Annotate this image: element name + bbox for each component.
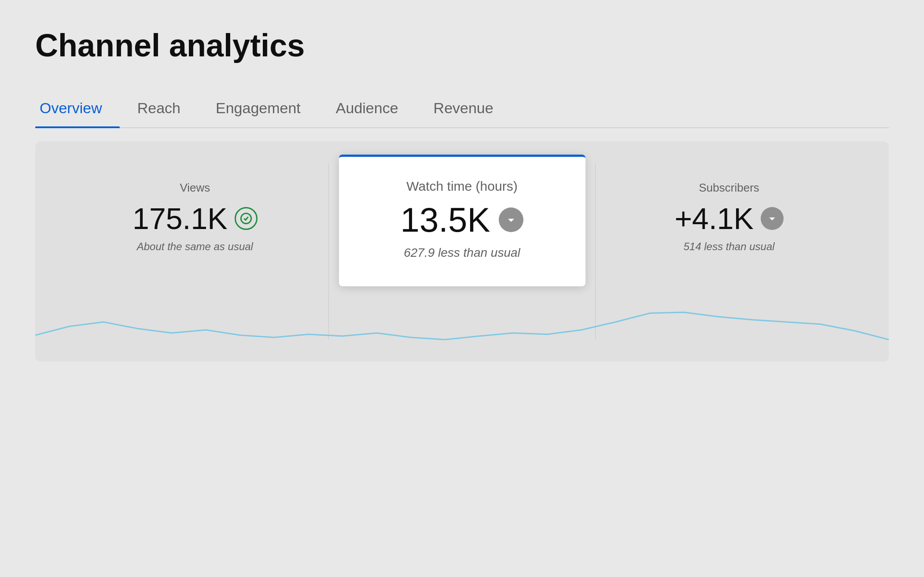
views-label: Views bbox=[88, 181, 302, 195]
watch-time-tooltip: Watch time (hours) 13.5K 627.9 less than… bbox=[339, 155, 585, 286]
tabs-nav: Overview Reach Engagement Audience Reven… bbox=[35, 91, 889, 128]
tooltip-down-icon bbox=[499, 207, 523, 232]
tab-reach[interactable]: Reach bbox=[120, 91, 198, 127]
subscribers-subtitle: 514 less than usual bbox=[622, 240, 836, 253]
tooltip-subtitle: 627.9 less than usual bbox=[374, 246, 550, 260]
tab-overview[interactable]: Overview bbox=[35, 91, 120, 127]
page-title: Channel analytics bbox=[35, 26, 889, 64]
views-subtitle: About the same as usual bbox=[88, 240, 302, 253]
metrics-section: Views 175.1K About the same as usual Wat… bbox=[35, 141, 889, 362]
views-value: 175.1K bbox=[133, 203, 228, 233]
subscribers-label: Subscribers bbox=[622, 181, 836, 195]
tab-audience[interactable]: Audience bbox=[318, 91, 416, 127]
views-value-row: 175.1K bbox=[88, 203, 302, 233]
views-check-icon bbox=[235, 207, 258, 230]
subscribers-value-row: +4.1K bbox=[622, 203, 836, 233]
tooltip-label: Watch time (hours) bbox=[374, 179, 550, 194]
tab-revenue[interactable]: Revenue bbox=[416, 91, 511, 127]
subscribers-value: +4.1K bbox=[674, 203, 754, 233]
tab-engagement[interactable]: Engagement bbox=[198, 91, 318, 127]
subscribers-down-icon bbox=[761, 207, 784, 230]
tooltip-value-row: 13.5K bbox=[374, 203, 550, 237]
tooltip-value: 13.5K bbox=[401, 203, 490, 237]
